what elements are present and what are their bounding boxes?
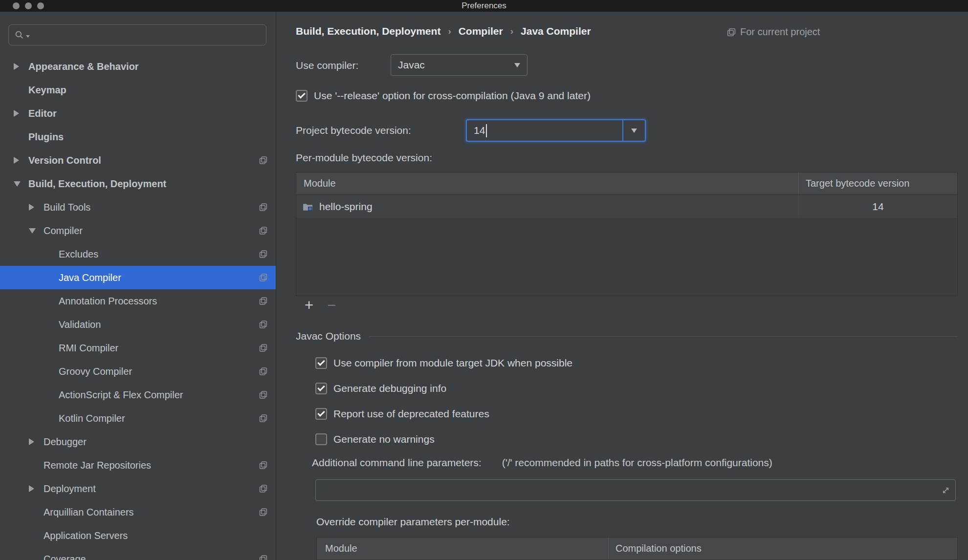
sidebar-item-kotlin-compiler[interactable]: Kotlin Compiler <box>0 407 276 430</box>
checkbox-label: Report use of deprecated features <box>333 408 489 420</box>
sidebar-item-editor[interactable]: Editor <box>0 102 276 125</box>
tree-collapsed-arrow-icon[interactable] <box>29 438 44 445</box>
tree-collapsed-arrow-icon[interactable] <box>29 204 44 211</box>
chevron-down-icon[interactable] <box>622 120 645 141</box>
compilation-options-column-header[interactable]: Compilation options <box>608 538 957 560</box>
sidebar-item-label: RMI Compiler <box>59 343 118 354</box>
sidebar-item-label: Build, Execution, Deployment <box>28 178 166 190</box>
preferences-window: Preferences Appearance & BehaviorKeymapE… <box>0 0 968 560</box>
sidebar-item-compiler[interactable]: Compiler <box>0 219 276 242</box>
release-option-label: Use '--release' option for cross-compila… <box>314 90 591 102</box>
per-module-label: Per-module bytecode version: <box>296 152 432 164</box>
target-bytecode-column-header[interactable]: Target bytecode version <box>798 172 957 194</box>
checkbox-use-compiler-from-module-target-jdk-when-possible[interactable] <box>315 357 327 369</box>
sidebar-item-build-tools[interactable]: Build Tools <box>0 195 276 219</box>
sidebar-item-label: Debugger <box>44 436 87 448</box>
tree-expanded-arrow-icon[interactable] <box>29 228 44 234</box>
breadcrumb-separator: › <box>510 26 513 37</box>
sidebar-item-validation[interactable]: Validation <box>0 313 276 336</box>
tree-expanded-arrow-icon[interactable] <box>14 181 28 187</box>
sidebar-item-label: Coverage <box>44 554 86 560</box>
text-caret <box>486 124 487 137</box>
project-level-icon <box>259 227 267 235</box>
project-scope: For current project <box>727 26 820 38</box>
per-module-table: Module Target bytecode version hello-spr… <box>296 172 958 296</box>
target-bytecode-cell[interactable]: 14 <box>798 195 957 218</box>
settings-search-box[interactable] <box>8 24 266 45</box>
sidebar-item-label: Plugins <box>28 131 64 143</box>
bytecode-version-combobox[interactable]: 14 <box>466 119 646 142</box>
sidebar-item-label: Remote Jar Repositories <box>44 460 151 471</box>
section-divider <box>369 336 958 337</box>
sidebar-item-remote-jar-repositories[interactable]: Remote Jar Repositories <box>0 453 276 477</box>
sidebar-item-label: Validation <box>59 319 101 330</box>
bytecode-version-value[interactable]: 14 <box>467 120 622 141</box>
per-module-table-header: Module Target bytecode version <box>296 172 957 195</box>
release-option-checkbox[interactable] <box>296 90 308 102</box>
checkbox-generate-debugging-info[interactable] <box>315 383 327 394</box>
search-history-arrow-icon[interactable] <box>26 35 30 38</box>
sidebar-item-rmi-compiler[interactable]: RMI Compiler <box>0 336 276 360</box>
tree-collapsed-arrow-icon[interactable] <box>14 63 28 70</box>
settings-content: Build, Execution, Deployment › Compiler … <box>276 12 968 560</box>
project-level-icon <box>259 344 267 352</box>
sidebar-item-label: Compiler <box>44 225 83 237</box>
project-level-icon <box>259 156 267 165</box>
override-params-table-header: Module Compilation options <box>316 537 958 560</box>
sidebar-item-label: Arquillian Containers <box>44 507 134 518</box>
project-level-icon <box>259 555 267 560</box>
zoom-button[interactable] <box>37 2 44 9</box>
breadcrumb-segment: Java Compiler <box>521 25 591 37</box>
table-row[interactable]: hello-spring 14 <box>296 195 957 219</box>
breadcrumb-segment[interactable]: Build, Execution, Deployment <box>296 25 440 37</box>
tree-collapsed-arrow-icon[interactable] <box>14 110 28 117</box>
use-compiler-value: Javac <box>391 55 507 75</box>
module-column-header[interactable]: Module <box>317 538 608 560</box>
sidebar-item-appearance-behavior[interactable]: Appearance & Behavior <box>0 55 276 78</box>
project-level-icon <box>259 297 267 305</box>
module-cell: hello-spring <box>296 195 798 218</box>
sidebar-item-build-execution-deployment[interactable]: Build, Execution, Deployment <box>0 172 276 195</box>
sidebar-item-keymap[interactable]: Keymap <box>0 78 276 102</box>
minimize-button[interactable] <box>25 2 32 9</box>
sidebar-item-java-compiler[interactable]: Java Compiler <box>0 266 276 289</box>
sidebar-item-application-servers[interactable]: Application Servers <box>0 524 276 547</box>
add-button[interactable]: + <box>305 298 313 313</box>
sidebar-item-excludes[interactable]: Excludes <box>0 242 276 266</box>
sidebar-item-deployment[interactable]: Deployment <box>0 477 276 500</box>
breadcrumb-separator: › <box>448 26 451 37</box>
checkbox-generate-no-warnings[interactable] <box>315 433 327 445</box>
release-option-row: Use '--release' option for cross-compila… <box>296 90 591 102</box>
titlebar: Preferences <box>0 0 968 12</box>
cmdline-hint: ('/' recommended in paths for cross-plat… <box>502 457 772 469</box>
sidebar-item-coverage[interactable]: Coverage <box>0 547 276 560</box>
cmdline-input-wrapper <box>315 479 956 501</box>
sidebar-item-annotation-processors[interactable]: Annotation Processors <box>0 289 276 313</box>
sidebar-item-debugger[interactable]: Debugger <box>0 430 276 453</box>
checkbox-report-use-of-deprecated-features[interactable] <box>315 408 327 420</box>
table-toolbar: + − <box>305 298 336 313</box>
breadcrumb-segment[interactable]: Compiler <box>459 25 503 37</box>
project-scope-label: For current project <box>740 26 820 38</box>
tree-collapsed-arrow-icon[interactable] <box>29 485 44 492</box>
bytecode-version-label: Project bytecode version: <box>296 125 411 136</box>
sidebar-item-groovy-compiler[interactable]: Groovy Compiler <box>0 360 276 383</box>
checkbox-label: Use compiler from module target JDK when… <box>333 357 572 369</box>
sidebar-item-version-control[interactable]: Version Control <box>0 149 276 172</box>
search-input[interactable] <box>32 29 266 41</box>
sidebar-item-label: Version Control <box>28 155 101 166</box>
sidebar-item-actionscript-flex-compiler[interactable]: ActionScript & Flex Compiler <box>0 383 276 407</box>
sidebar-item-arquillian-containers[interactable]: Arquillian Containers <box>0 500 276 524</box>
use-compiler-dropdown[interactable]: Javac <box>391 54 528 76</box>
expand-editor-icon[interactable] <box>936 486 955 495</box>
sidebar-item-label: Build Tools <box>44 202 90 213</box>
project-level-icon <box>259 203 267 212</box>
close-button[interactable] <box>13 2 20 9</box>
cmdline-input[interactable] <box>316 484 936 496</box>
module-column-header[interactable]: Module <box>296 172 798 194</box>
project-level-icon <box>259 367 267 376</box>
chevron-down-icon[interactable] <box>507 55 527 75</box>
sidebar-item-label: Application Servers <box>44 530 128 541</box>
sidebar-item-plugins[interactable]: Plugins <box>0 125 276 149</box>
tree-collapsed-arrow-icon[interactable] <box>14 157 28 164</box>
